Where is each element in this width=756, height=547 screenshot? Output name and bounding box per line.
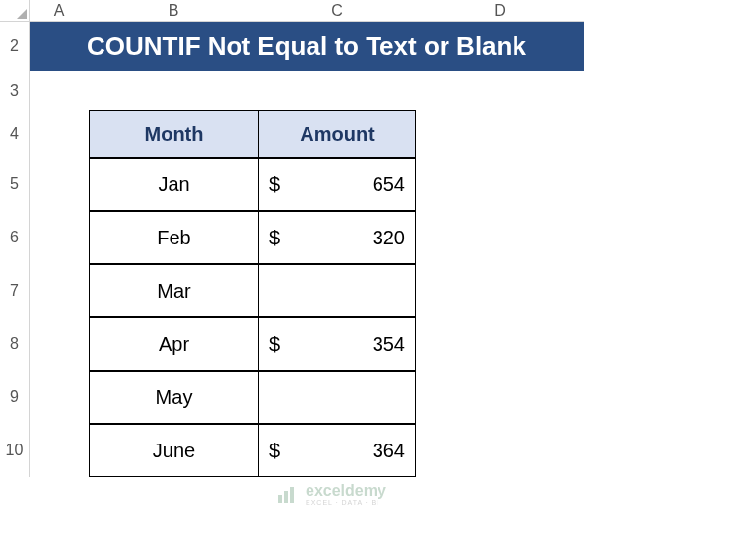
table-row[interactable]: June	[89, 424, 258, 477]
cell-d9[interactable]	[416, 371, 584, 424]
table-row[interactable]: Mar	[89, 264, 258, 317]
currency-symbol: $	[269, 227, 280, 249]
col-header-d[interactable]: D	[416, 0, 584, 22]
page-title: COUNTIF Not Equal to Text or Blank	[30, 22, 584, 71]
currency-symbol: $	[269, 440, 280, 462]
table-row[interactable]	[258, 371, 416, 424]
svg-rect-2	[290, 487, 294, 503]
svg-rect-0	[278, 495, 282, 503]
chart-icon	[276, 485, 300, 505]
table-row[interactable]: Jan	[89, 158, 258, 211]
cell-a8[interactable]	[30, 317, 89, 371]
cell-b3[interactable]	[89, 71, 258, 110]
watermark-main: exceldemy	[306, 483, 386, 499]
amount-value: 354	[373, 333, 405, 356]
currency-symbol: $	[269, 333, 280, 356]
row-header-4[interactable]: 4	[0, 110, 30, 158]
table-header-month[interactable]: Month	[89, 110, 258, 158]
watermark-sub: EXCEL · DATA · BI	[306, 499, 386, 506]
table-row[interactable]: Apr	[89, 317, 258, 371]
cell-d10[interactable]	[416, 424, 584, 477]
row-header-3[interactable]: 3	[0, 71, 30, 110]
watermark: exceldemy EXCEL · DATA · BI	[276, 483, 386, 506]
select-all-corner[interactable]	[0, 0, 30, 22]
row-header-6[interactable]: 6	[0, 211, 30, 264]
cell-a3[interactable]	[30, 71, 89, 110]
col-header-b[interactable]: B	[89, 0, 258, 22]
row-header-7[interactable]: 7	[0, 264, 30, 317]
cell-d6[interactable]	[416, 211, 584, 264]
cell-a5[interactable]	[30, 158, 89, 211]
watermark-text: exceldemy EXCEL · DATA · BI	[306, 483, 386, 506]
cell-c3[interactable]	[258, 71, 416, 110]
cell-d8[interactable]	[416, 317, 584, 371]
cell-d4[interactable]	[416, 110, 584, 158]
cell-d3[interactable]	[416, 71, 584, 110]
amount-value: 320	[373, 227, 405, 249]
cell-a9[interactable]	[30, 371, 89, 424]
spreadsheet-grid: A B C D 2 COUNTIF Not Equal to Text or B…	[0, 0, 756, 477]
row-header-8[interactable]: 8	[0, 317, 30, 371]
table-header-amount[interactable]: Amount	[258, 110, 416, 158]
cell-d7[interactable]	[416, 264, 584, 317]
table-row[interactable]: $ 320	[258, 211, 416, 264]
col-header-c[interactable]: C	[258, 0, 416, 22]
amount-value: 654	[373, 173, 405, 196]
table-row[interactable]: $ 364	[258, 424, 416, 477]
svg-rect-1	[284, 491, 288, 503]
cell-a7[interactable]	[30, 264, 89, 317]
table-row[interactable]	[258, 264, 416, 317]
row-header-10[interactable]: 10	[0, 424, 30, 477]
table-row[interactable]: $ 654	[258, 158, 416, 211]
cell-a4[interactable]	[30, 110, 89, 158]
row-header-5[interactable]: 5	[0, 158, 30, 211]
amount-value: 364	[373, 440, 405, 462]
table-row[interactable]: $ 354	[258, 317, 416, 371]
table-row[interactable]: May	[89, 371, 258, 424]
row-header-2[interactable]: 2	[0, 22, 30, 71]
col-header-a[interactable]: A	[30, 0, 89, 22]
cell-a6[interactable]	[30, 211, 89, 264]
currency-symbol: $	[269, 173, 280, 196]
cell-a10[interactable]	[30, 424, 89, 477]
table-row[interactable]: Feb	[89, 211, 258, 264]
cell-d5[interactable]	[416, 158, 584, 211]
row-header-9[interactable]: 9	[0, 371, 30, 424]
